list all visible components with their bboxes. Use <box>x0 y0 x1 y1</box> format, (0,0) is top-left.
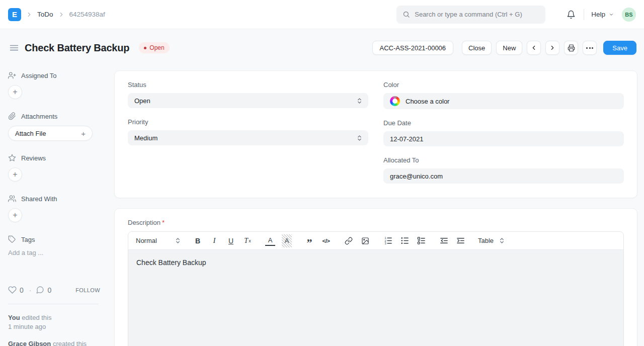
italic-button[interactable]: I <box>209 234 219 247</box>
priority-value: Medium <box>134 134 157 142</box>
color-wheel-icon <box>390 96 400 106</box>
printer-icon <box>568 44 575 52</box>
chevron-left-icon <box>530 44 537 51</box>
priority-select[interactable]: Medium <box>128 130 368 145</box>
shared-with-label: Shared With <box>21 195 57 203</box>
table-menu[interactable]: Table <box>478 234 504 247</box>
page-header: Check Battery Backup Open ACC-ASS-2021-0… <box>0 29 644 66</box>
activity-user: You <box>8 314 20 321</box>
status-select[interactable]: Open <box>128 93 368 108</box>
required-marker: * <box>162 219 165 226</box>
help-label: Help <box>591 11 605 18</box>
due-date-label: Due Date <box>383 119 624 127</box>
priority-label: Priority <box>128 118 368 126</box>
attach-file-button[interactable]: Attach File + <box>8 126 93 141</box>
status-badge: Open <box>139 42 169 53</box>
follow-button[interactable]: FOLLOW <box>75 287 100 293</box>
new-button[interactable]: New <box>496 41 522 55</box>
select-caret-icon <box>357 97 362 105</box>
bold-button[interactable]: B <box>193 234 203 247</box>
form-sidebar: Assigned To + Attachments Attach File + … <box>0 66 114 346</box>
check-list-button[interactable] <box>416 234 426 247</box>
indent-icon <box>456 236 465 245</box>
check-list-icon <box>417 236 426 245</box>
description-label-row: Description* <box>128 219 624 226</box>
user-avatar[interactable]: BS <box>622 8 636 22</box>
app-logo[interactable]: E <box>8 8 21 21</box>
indent-button[interactable] <box>455 234 465 247</box>
status-dot-icon <box>144 47 146 49</box>
help-menu[interactable]: Help <box>591 11 614 18</box>
tags-section: Tags <box>8 235 106 243</box>
select-caret-icon <box>357 134 362 142</box>
paragraph-style-select[interactable]: Normal <box>136 234 180 247</box>
clear-format-button[interactable]: Tx <box>243 234 253 247</box>
save-button[interactable]: Save <box>603 41 636 55</box>
paragraph-style-value: Normal <box>136 237 157 244</box>
add-tag-input[interactable]: Add a tag ... <box>8 249 106 256</box>
table-label: Table <box>478 237 494 244</box>
insert-image-button[interactable] <box>360 234 370 247</box>
activity-user: Grace Gibson <box>8 340 51 346</box>
top-navbar: E ToDo 64254938af Help BS <box>0 0 644 29</box>
activity-action: edited this <box>22 314 51 321</box>
breadcrumb: E ToDo 64254938af <box>8 8 105 21</box>
ellipsis-icon <box>586 47 593 49</box>
global-search[interactable] <box>396 6 545 24</box>
clear-format-t: T <box>244 237 248 245</box>
description-label: Description <box>128 219 160 226</box>
due-date-input[interactable]: 12-07-2021 <box>383 131 624 146</box>
assigned-to-section: Assigned To <box>8 71 106 79</box>
page-title: Check Battery Backup <box>25 42 129 54</box>
link-icon <box>345 237 353 245</box>
users-icon <box>8 195 16 203</box>
next-document-button[interactable] <box>545 41 559 55</box>
navbar-center <box>396 6 545 24</box>
underline-button[interactable]: U <box>226 234 236 247</box>
breadcrumb-docname[interactable]: 64254938af <box>69 11 105 18</box>
tags-label: Tags <box>21 236 35 243</box>
add-assignment-button[interactable]: + <box>8 85 22 99</box>
notifications-bell-icon[interactable] <box>565 8 578 21</box>
comment-count[interactable]: 0 <box>47 286 51 294</box>
description-editor-content[interactable]: Check Battery Backup <box>128 250 623 346</box>
allocated-to-input[interactable]: grace@unico.com <box>383 168 624 184</box>
blockquote-button[interactable]: ” <box>304 234 314 247</box>
status-field: Status Open <box>128 81 368 108</box>
comment-icon[interactable] <box>36 286 44 294</box>
code-block-button[interactable]: </> <box>321 234 331 247</box>
document-id-button[interactable]: ACC-ASS-2021-00006 <box>372 41 454 55</box>
due-date-field: Due Date 12-07-2021 <box>383 119 624 146</box>
heart-icon[interactable] <box>8 286 17 294</box>
text-color-button[interactable]: A <box>265 236 275 246</box>
ordered-list-button[interactable]: 123 <box>383 234 393 247</box>
editor-toolbar: Normal B I U Tx A A <box>128 232 623 250</box>
form-body: Status Open Priority Medium <box>114 66 644 346</box>
print-button[interactable] <box>564 41 578 55</box>
breadcrumb-doctype[interactable]: ToDo <box>37 11 53 18</box>
attachments-label: Attachments <box>21 113 57 120</box>
chevron-right-icon <box>58 11 65 18</box>
outdent-button[interactable] <box>439 234 449 247</box>
insert-link-button[interactable] <box>344 234 354 247</box>
color-picker[interactable]: Choose a color <box>383 93 624 109</box>
like-count[interactable]: 0 <box>20 286 24 294</box>
svg-text:3: 3 <box>384 242 386 245</box>
close-button[interactable]: Close <box>462 41 492 55</box>
highlight-color-button[interactable]: A <box>282 234 292 247</box>
navbar-divider <box>584 9 584 20</box>
sidebar-toggle-icon[interactable] <box>8 42 20 54</box>
search-input[interactable] <box>415 11 539 18</box>
reviews-section: Reviews <box>8 154 106 162</box>
add-share-button[interactable]: + <box>8 208 22 222</box>
add-review-button[interactable]: + <box>8 167 22 182</box>
chevron-right-icon <box>549 44 556 51</box>
bullet-list-button[interactable] <box>399 234 410 247</box>
more-menu-button[interactable] <box>583 41 597 55</box>
assigned-to-label: Assigned To <box>21 72 57 79</box>
select-caret-icon <box>176 237 180 244</box>
rich-text-editor: Normal B I U Tx A A <box>128 231 624 346</box>
previous-document-button[interactable] <box>527 41 541 55</box>
chevron-right-icon <box>26 11 33 18</box>
color-field: Color Choose a color <box>383 81 624 109</box>
